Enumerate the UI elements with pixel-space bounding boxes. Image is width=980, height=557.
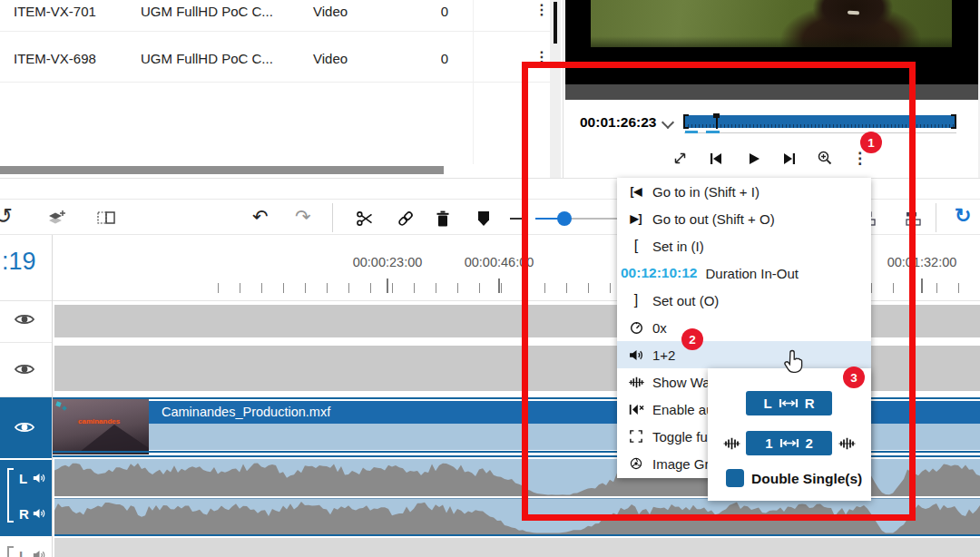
ruler-major-tick bbox=[921, 278, 923, 293]
creature-teeth bbox=[848, 11, 859, 15]
audio-right-label: R bbox=[19, 506, 29, 522]
item-count: 0 bbox=[426, 4, 448, 19]
speaker-icon[interactable] bbox=[33, 473, 46, 484]
thumb-mountain bbox=[80, 425, 149, 452]
ruler-partial-timecode: :19 bbox=[2, 248, 36, 276]
item-name: UGM FullHD PoC C... bbox=[141, 4, 273, 19]
annotation-badge-1: 1 bbox=[860, 132, 882, 153]
add-layer-icon[interactable] bbox=[47, 210, 65, 226]
ruler-major-tick bbox=[498, 278, 500, 293]
eye-icon bbox=[15, 421, 34, 434]
rotate-ccw-icon[interactable]: ↺ bbox=[0, 203, 13, 229]
asset-table: ITEM-VX-701 UGM FullHD PoC C... Video 0 … bbox=[0, 0, 550, 178]
marker-icon[interactable] bbox=[476, 210, 491, 227]
table-row[interactable]: ITEM-VX-698 UGM FullHD PoC C... Video 0 … bbox=[0, 31, 550, 82]
divider bbox=[332, 203, 333, 232]
item-name: UGM FullHD PoC C... bbox=[141, 51, 273, 66]
row-divider bbox=[0, 82, 550, 83]
scrubber-out-bracket[interactable] bbox=[951, 114, 956, 129]
table-row[interactable]: ITEM-VX-701 UGM FullHD PoC C... Video 0 … bbox=[0, 0, 550, 31]
track-header-divider bbox=[52, 235, 53, 557]
eye-icon[interactable] bbox=[15, 363, 34, 376]
audio-left-label: L bbox=[19, 471, 27, 486]
row-kebab-icon[interactable]: ⋮ bbox=[534, 3, 549, 17]
thumb-speck bbox=[55, 401, 61, 406]
zoom-out-minus-icon[interactable] bbox=[510, 218, 522, 220]
thumb-speck bbox=[62, 406, 67, 411]
video-frame bbox=[591, 0, 952, 47]
annotation-badge-3: 3 bbox=[843, 366, 865, 388]
thumb-logo: caminandes bbox=[78, 417, 120, 425]
empty-track-partial[interactable] bbox=[54, 538, 980, 557]
annotation-rectangle bbox=[522, 62, 916, 521]
scrollbar-thumb[interactable] bbox=[554, 2, 557, 44]
clip-name: Caminandes_Production.mxf bbox=[162, 405, 330, 419]
audio-clip-bottom-border bbox=[54, 534, 980, 536]
video-editor-app: ITEM-VX-701 UGM FullHD PoC C... Video 0 … bbox=[0, 0, 980, 557]
speaker-icon[interactable] bbox=[33, 508, 46, 519]
audio-group-bracket bbox=[7, 468, 14, 523]
divider bbox=[936, 203, 936, 232]
video-track-header-selected[interactable] bbox=[0, 397, 52, 458]
annotation-badge-2: 2 bbox=[681, 328, 703, 350]
speaker-icon bbox=[33, 550, 46, 557]
horizontal-scrollbar[interactable] bbox=[0, 166, 444, 174]
ground-shadow bbox=[591, 36, 952, 47]
cut-icon[interactable] bbox=[356, 210, 374, 228]
item-type: Video bbox=[313, 4, 348, 19]
eye-icon[interactable] bbox=[15, 313, 34, 326]
audio-track-header-selected[interactable]: L R bbox=[0, 460, 52, 536]
clip-thumbnail[interactable]: caminandes bbox=[53, 399, 149, 454]
ruler-label: 00:00:23:00 bbox=[346, 255, 429, 269]
split-view-icon[interactable] bbox=[97, 210, 115, 225]
delete-icon[interactable] bbox=[436, 210, 450, 227]
audio-group-bracket bbox=[7, 546, 14, 557]
item-type: Video bbox=[313, 51, 348, 66]
link-icon[interactable] bbox=[397, 210, 415, 228]
item-id: ITEM-VX-698 bbox=[14, 51, 96, 66]
ruler-major-tick bbox=[387, 278, 388, 293]
item-count: 0 bbox=[426, 51, 448, 66]
column-divider bbox=[473, 0, 474, 164]
divider bbox=[0, 342, 52, 343]
item-id: ITEM-VX-701 bbox=[14, 4, 96, 19]
partial-track-label: L bbox=[19, 548, 27, 557]
redo-icon[interactable]: ↷ bbox=[295, 206, 311, 228]
undo-icon[interactable]: ↶ bbox=[252, 206, 269, 228]
refresh-icon[interactable]: ↻ bbox=[955, 204, 971, 228]
